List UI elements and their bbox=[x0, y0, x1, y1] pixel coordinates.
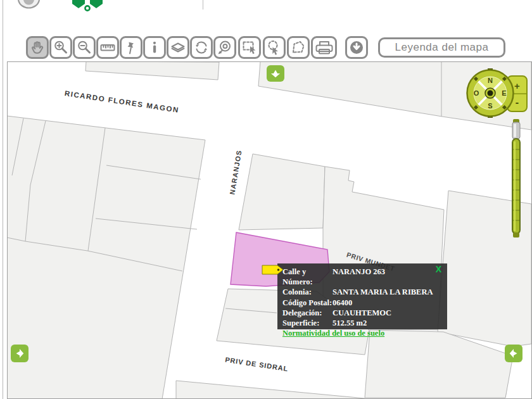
zoom-slider-track[interactable] bbox=[512, 139, 520, 234]
compass-zoom-out-button[interactable]: - bbox=[516, 97, 519, 108]
parcel-tag-marker-icon bbox=[261, 264, 285, 276]
tooltip-close-button[interactable]: X bbox=[436, 264, 441, 274]
tooltip-row-postal: Código Postal: 06400 bbox=[282, 298, 442, 308]
map-canvas[interactable] bbox=[0, 0, 532, 399]
normatividad-link[interactable]: Normatividad del uso de suelo bbox=[282, 328, 384, 338]
tooltip-label-street: Calle y Número: bbox=[282, 267, 332, 287]
pan-up-button[interactable] bbox=[267, 65, 284, 82]
tooltip-label-colonia: Colonia: bbox=[282, 287, 332, 297]
tooltip-label-delegacion: Delegación: bbox=[282, 308, 332, 318]
tooltip-label-superficie: Superficie: bbox=[282, 318, 332, 328]
pan-left-button[interactable] bbox=[11, 345, 28, 362]
tooltip-row-delegacion: Delegación: CUAUHTEMOC bbox=[282, 308, 442, 318]
tooltip-row-superficie: Superficie: 512.55 m2 bbox=[282, 318, 442, 328]
compass-north-label: N bbox=[488, 77, 493, 84]
map-viewer-page: Leyenda del mapa RICARDO FLORES MAGON bbox=[0, 0, 532, 399]
compass-east-label: E bbox=[502, 89, 506, 97]
compass-south-label: S bbox=[488, 102, 492, 110]
parcel-above-selected bbox=[239, 154, 325, 230]
tooltip-value-postal: 06400 bbox=[332, 298, 352, 308]
arrow-up-icon bbox=[269, 66, 282, 80]
zoom-slider[interactable] bbox=[508, 118, 524, 239]
arrow-left-icon bbox=[13, 346, 27, 360]
parcel-info-tooltip: X Calle y Número: NARANJO 263 Colonia: S… bbox=[277, 263, 447, 329]
tooltip-row-colonia: Colonia: SANTA MARIA LA RIBERA bbox=[282, 287, 442, 297]
tooltip-value-street: NARANJO 263 bbox=[332, 267, 385, 287]
tooltip-value-delegacion: CUAUHTEMOC bbox=[332, 308, 391, 318]
compass-west-label: O bbox=[474, 89, 479, 97]
parcel-block-bottom bbox=[176, 381, 365, 399]
compass-zoom-in-button[interactable]: + bbox=[514, 80, 520, 91]
tooltip-value-superficie: 512.55 m2 bbox=[332, 318, 367, 328]
compass-rose[interactable]: + - N E S O bbox=[466, 63, 530, 123]
pan-right-button[interactable] bbox=[505, 345, 522, 362]
tooltip-value-colonia: SANTA MARIA LA RIBERA bbox=[332, 287, 433, 297]
tooltip-row-street: Calle y Número: NARANJO 263 bbox=[282, 267, 442, 287]
tooltip-label-postal: Código Postal: bbox=[282, 298, 332, 308]
parcel-block-top-strip bbox=[86, 61, 219, 80]
arrow-right-icon bbox=[507, 346, 521, 360]
